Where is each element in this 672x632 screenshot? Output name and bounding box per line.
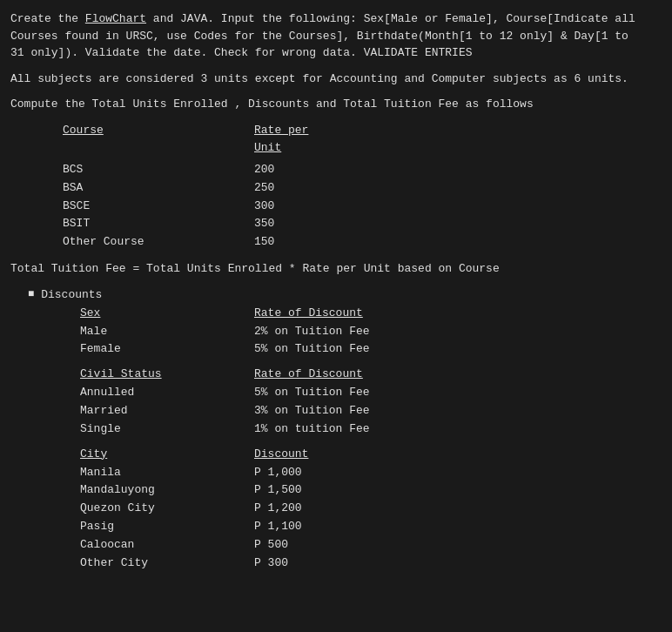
- table-row: Caloocan P 500: [80, 536, 662, 555]
- discounts-label: Discounts: [41, 288, 102, 301]
- table-row: Manila P 1,000: [80, 464, 662, 482]
- table-row: Other City P 300: [80, 555, 662, 573]
- course-other: Other Course: [63, 233, 254, 252]
- course-bcs: BCS: [63, 161, 254, 179]
- civil-married-value: 3% on Tuition Fee: [254, 402, 662, 420]
- city-pasig-label: Pasig: [80, 518, 254, 536]
- discounts-header: ■ Discounts: [28, 288, 662, 301]
- table-row: BSCE 300: [63, 198, 662, 216]
- civil-annulled-value: 5% on Tuition Fee: [254, 384, 662, 402]
- table-row: Married 3% on Tuition Fee: [80, 402, 662, 420]
- city-table-header: City Discount: [80, 447, 662, 461]
- course-table: Course Rate per Unit BCS 200 BSA 250 BSC…: [10, 122, 662, 252]
- discounts-section: ■ Discounts Sex Rate of Discount Male 2%…: [10, 288, 662, 573]
- sex-female-value: 5% on Tuition Fee: [254, 340, 662, 359]
- flowchart-underline: FlowChart: [85, 12, 146, 25]
- city-quezon-label: Quezon City: [80, 500, 254, 518]
- sex-rate-header: Rate of Discount: [254, 306, 662, 319]
- city-manila-label: Manila: [80, 464, 254, 482]
- city-manila-value: P 1,000: [254, 464, 662, 482]
- civil-discount-table: Civil Status Rate of Discount Annulled 5…: [28, 367, 662, 438]
- table-row: Annulled 5% on Tuition Fee: [80, 384, 662, 402]
- intro-paragraph: Create the FlowChart and JAVA. Input the…: [10, 10, 662, 62]
- sex-table-header: Sex Rate of Discount: [80, 306, 662, 319]
- main-content: Create the FlowChart and JAVA. Input the…: [10, 7, 662, 584]
- city-mandaluyong-value: P 1,500: [254, 481, 662, 500]
- bullet-icon: ■: [28, 288, 34, 300]
- city-discount-header: Discount: [254, 447, 662, 461]
- civil-col-header: Civil Status: [80, 367, 254, 380]
- table-row: BSA 250: [63, 179, 662, 198]
- civil-annulled-label: Annulled: [80, 384, 254, 402]
- total-fee-formula: Total Tuition Fee = Total Units Enrolled…: [10, 260, 662, 278]
- table-row: Female 5% on Tuition Fee: [80, 340, 662, 359]
- table-row: Single 1% on tuition Fee: [80, 420, 662, 439]
- city-mandaluyong-label: Mandaluyong: [80, 481, 254, 500]
- rate-other: 150: [254, 233, 341, 252]
- table-row: Male 2% on Tuition Fee: [80, 323, 662, 341]
- city-caloocan-value: P 500: [254, 536, 662, 555]
- civil-single-label: Single: [80, 420, 254, 439]
- table-row: Pasig P 1,100: [80, 518, 662, 536]
- course-bsit: BSIT: [63, 215, 254, 233]
- city-discount-table: City Discount Manila P 1,000 Mandaluyong…: [28, 447, 662, 573]
- course-bsa: BSA: [63, 179, 254, 198]
- course-table-header: Course Rate per Unit: [63, 122, 662, 158]
- civil-married-label: Married: [80, 402, 254, 420]
- table-row: BCS 200: [63, 161, 662, 179]
- civil-rate-header: Rate of Discount: [254, 367, 662, 380]
- city-quezon-value: P 1,200: [254, 500, 662, 518]
- subjects-note: All subjects are considered 3 units exce…: [10, 71, 662, 88]
- table-row: BSIT 350: [63, 215, 662, 233]
- rate-bsit: 350: [254, 215, 341, 233]
- sex-female-label: Female: [80, 340, 254, 359]
- city-other-label: Other City: [80, 555, 254, 573]
- table-row: Mandaluyong P 1,500: [80, 481, 662, 500]
- city-caloocan-label: Caloocan: [80, 536, 254, 555]
- civil-table-header: Civil Status Rate of Discount: [80, 367, 662, 380]
- table-row: Quezon City P 1,200: [80, 500, 662, 518]
- sex-male-label: Male: [80, 323, 254, 341]
- sex-discount-table: Sex Rate of Discount Male 2% on Tuition …: [28, 306, 662, 360]
- sex-col-header: Sex: [80, 306, 254, 319]
- civil-single-value: 1% on tuition Fee: [254, 420, 662, 439]
- rate-bsa: 250: [254, 179, 341, 198]
- course-bsce: BSCE: [63, 198, 254, 216]
- rate-bcs: 200: [254, 161, 341, 179]
- city-other-value: P 300: [254, 555, 662, 573]
- table-row: Other Course 150: [63, 233, 662, 252]
- rate-bsce: 300: [254, 198, 341, 216]
- city-pasig-value: P 1,100: [254, 518, 662, 536]
- sex-male-value: 2% on Tuition Fee: [254, 323, 662, 341]
- course-header: Course: [63, 122, 254, 158]
- compute-note: Compute the Total Units Enrolled , Disco…: [10, 96, 662, 113]
- city-col-header: City: [80, 447, 254, 461]
- rate-header: Rate per Unit: [254, 122, 341, 158]
